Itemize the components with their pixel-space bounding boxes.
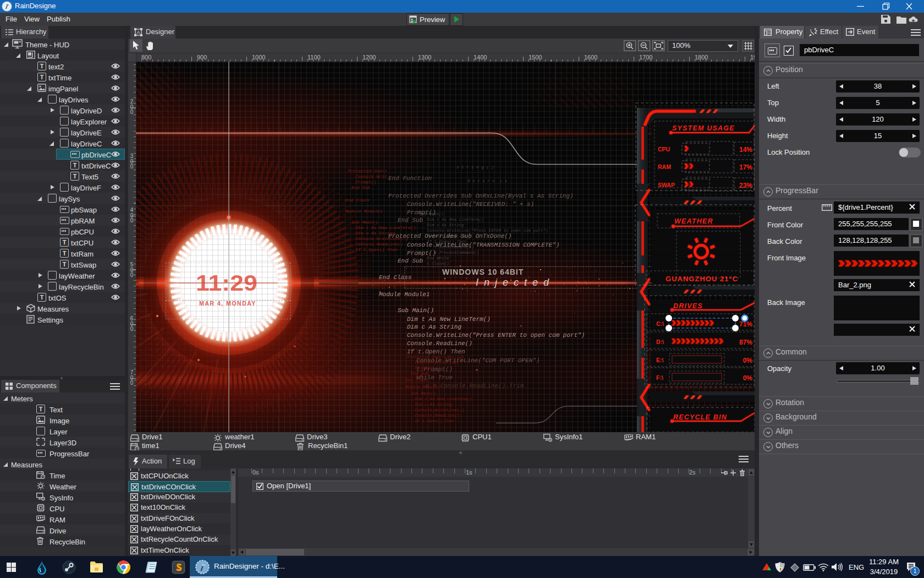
svg-text:WEATHER: WEATHER [674,217,713,225]
svg-text:RECYCLE BIN: RECYCLE BIN [673,413,727,421]
svg-text:23%: 23% [739,182,752,189]
svg-text:A: A [136,30,140,35]
svg-text:CPU: CPU [658,146,670,152]
svg-text:F:\: F:\ [656,374,663,381]
svg-text:DRIVES: DRIVES [673,302,703,310]
svg-text:SWAP: SWAP [658,182,675,188]
svg-text:87%: 87% [739,339,752,346]
svg-text:GUANGZHOU 21°C: GUANGZHOU 21°C [666,275,738,283]
svg-text:RAM: RAM [658,163,671,170]
svg-text:17%: 17% [739,163,752,171]
svg-text:0%: 0% [743,374,753,382]
svg-text:14%: 14% [739,146,752,154]
svg-text:D:\: D:\ [656,339,664,345]
svg-text:C:\: C:\ [656,320,664,327]
svg-text:E:\: E:\ [656,357,664,363]
svg-text:SYSTEM USAGE: SYSTEM USAGE [672,124,735,132]
svg-text:0%: 0% [743,357,753,364]
